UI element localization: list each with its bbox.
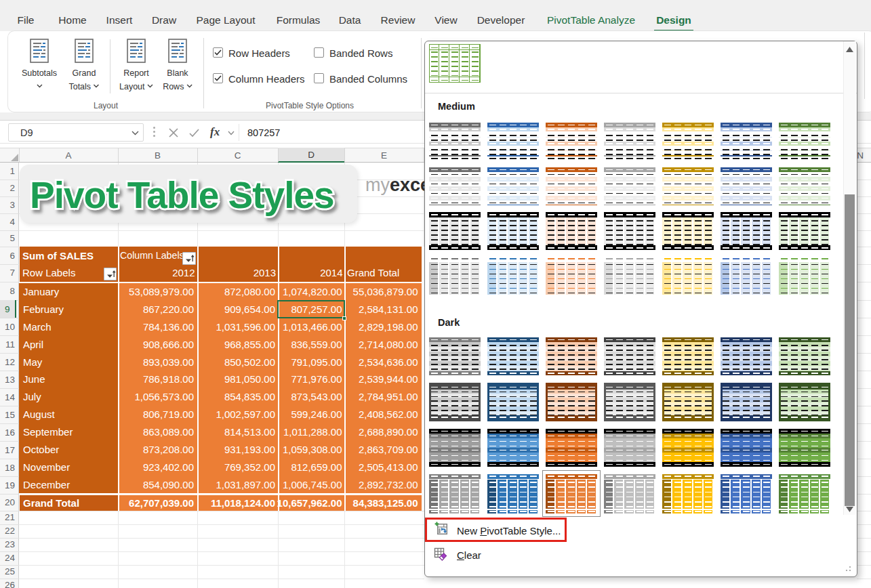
- svg-text:Pivot Table Styles: Pivot Table Styles: [30, 174, 334, 216]
